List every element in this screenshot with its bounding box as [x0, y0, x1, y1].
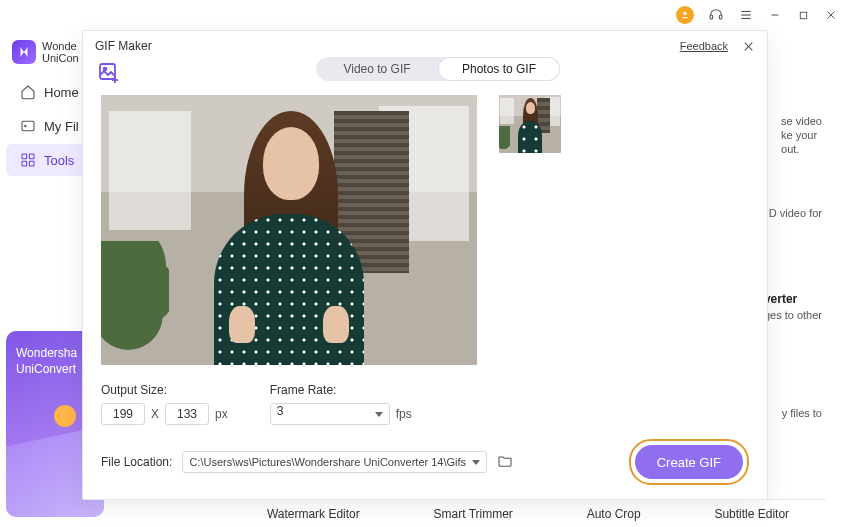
svg-rect-10: [22, 121, 34, 130]
titlebar: [0, 0, 850, 30]
tools-icon: [20, 152, 36, 168]
tool-strip: Watermark Editor Smart Trimmer Auto Crop…: [230, 499, 826, 523]
menu-icon[interactable]: [738, 7, 754, 23]
source-thumbnail[interactable]: [499, 95, 561, 153]
frame-rate-group: Frame Rate: 3 fps: [270, 383, 412, 425]
svg-point-11: [25, 125, 26, 126]
tool-subtitle[interactable]: Subtitle Editor: [714, 507, 789, 521]
maximize-button[interactable]: [796, 8, 810, 22]
svg-rect-15: [29, 161, 34, 166]
close-button[interactable]: [824, 8, 838, 22]
file-location-select[interactable]: C:\Users\ws\Pictures\Wondershare UniConv…: [182, 451, 487, 473]
add-media-button[interactable]: [97, 61, 123, 87]
files-icon: [20, 118, 36, 134]
brand-line1: Wonde: [42, 40, 79, 52]
modal-title: GIF Maker: [95, 39, 152, 53]
svg-rect-7: [800, 12, 806, 18]
brand-line2: UniCon: [42, 52, 79, 64]
bg-card-3: verter ges to other: [764, 292, 822, 322]
mode-toggle: Video to GIF Photos to GIF: [316, 57, 560, 81]
output-size-group: Output Size: X px: [101, 383, 228, 425]
tool-autocrop[interactable]: Auto Crop: [587, 507, 641, 521]
frame-rate-select[interactable]: 3: [270, 403, 390, 425]
svg-rect-14: [22, 161, 27, 166]
brand-logo-icon: [12, 40, 36, 64]
sidebar-item-label: Home: [44, 85, 79, 100]
svg-rect-1: [710, 15, 713, 19]
svg-point-0: [683, 12, 686, 15]
account-avatar[interactable]: [676, 6, 694, 24]
fps-label: fps: [396, 407, 412, 421]
create-gif-button[interactable]: Create GIF: [635, 445, 743, 479]
output-size-label: Output Size:: [101, 383, 228, 397]
minimize-button[interactable]: [768, 8, 782, 22]
sidebar-item-label: Tools: [44, 153, 74, 168]
px-label: px: [215, 407, 228, 421]
open-folder-icon[interactable]: [497, 453, 515, 471]
svg-rect-13: [29, 154, 34, 159]
bg-card-2: D video for: [769, 206, 822, 220]
modal-close-icon[interactable]: [742, 40, 755, 53]
x-separator: X: [151, 407, 159, 421]
bg-card-4: y files to: [782, 406, 822, 420]
tool-watermark[interactable]: Watermark Editor: [267, 507, 360, 521]
preview-pane[interactable]: [101, 95, 477, 365]
gif-maker-modal: GIF Maker Feedback Video to GIF Photos t…: [82, 30, 768, 500]
tool-trimmer[interactable]: Smart Trimmer: [434, 507, 513, 521]
file-location-label: File Location:: [101, 455, 172, 469]
home-icon: [20, 84, 36, 100]
output-height-input[interactable]: [165, 403, 209, 425]
frame-rate-label: Frame Rate:: [270, 383, 412, 397]
bg-card-1: se video ke your out.: [781, 114, 822, 156]
svg-rect-12: [22, 154, 27, 159]
create-gif-highlight: Create GIF: [629, 439, 749, 485]
svg-point-19: [104, 68, 107, 71]
feedback-link[interactable]: Feedback: [680, 40, 728, 52]
svg-rect-2: [719, 15, 722, 19]
sidebar-item-label: My Fil: [44, 119, 79, 134]
tab-photos-to-gif[interactable]: Photos to GIF: [438, 57, 560, 81]
tab-video-to-gif[interactable]: Video to GIF: [316, 57, 438, 81]
support-icon[interactable]: [708, 7, 724, 23]
output-width-input[interactable]: [101, 403, 145, 425]
